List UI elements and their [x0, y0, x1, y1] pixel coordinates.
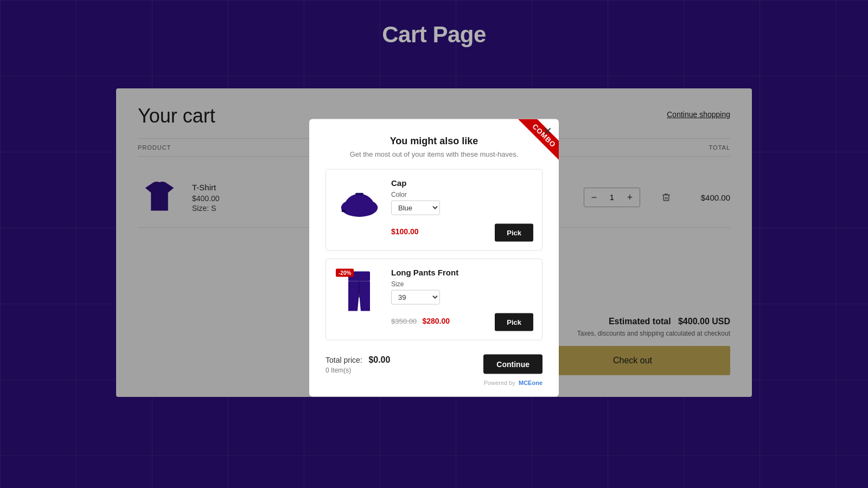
modal-product-pants-size-select[interactable]: 37 38 39 40 41 [391, 290, 440, 305]
combo-ribbon-label: COMBO [518, 119, 559, 162]
upsell-modal: COMBO ✕ You might also like Get the most… [309, 119, 559, 397]
modal-product-cap-image [335, 178, 384, 227]
modal-product-cap-color-select[interactable]: Blue Red Black [391, 201, 440, 215]
modal-items-count: 0 Item(s) [326, 366, 390, 374]
modal-product-pants: -20% Long Pants Front Size 37 38 39 40 4… [326, 259, 542, 341]
modal-continue-button[interactable]: Continue [483, 355, 542, 374]
modal-close-button[interactable]: ✕ [543, 126, 552, 137]
modal-product-cap: Cap Color Blue Red Black $100.00 Pick [326, 169, 542, 251]
powered-by-text: Powered by [484, 380, 515, 386]
modal-total-amount: $0.00 [368, 355, 390, 364]
modal-footer: Total price: $0.00 0 Item(s) Continue [326, 348, 542, 374]
modal-product-cap-info: Cap Color Blue Red Black $100.00 Pick [391, 178, 533, 242]
modal-product-pants-price: $280.00 [422, 316, 450, 325]
modal-product-cap-color-label: Color [391, 191, 533, 198]
modal-product-pants-original-price: $350.00 [391, 317, 417, 325]
discount-badge: -20% [336, 269, 354, 277]
modal-total-label: Total price: [326, 355, 362, 364]
powered-by-brand-link[interactable]: MCEone [519, 380, 542, 386]
modal-product-pants-info: Long Pants Front Size 37 38 39 40 41 $35… [391, 268, 533, 331]
cap-icon [339, 185, 380, 220]
modal-product-pants-size-label: Size [391, 280, 533, 288]
modal-product-pants-price-row: $350.00 $280.00 Pick [391, 310, 533, 331]
modal-product-cap-price-row: $100.00 Pick [391, 221, 533, 242]
modal-product-pants-image: -20% [335, 268, 384, 317]
modal-product-pants-pick-button[interactable]: Pick [495, 313, 533, 331]
modal-total-section: Total price: $0.00 0 Item(s) [326, 355, 390, 374]
modal-product-pants-name: Long Pants Front [391, 268, 533, 277]
modal-product-pants-prices: $350.00 $280.00 [391, 316, 450, 325]
modal-total-price-text: Total price: $0.00 [326, 355, 390, 364]
svg-rect-1 [355, 192, 363, 195]
modal-product-cap-price: $100.00 [391, 227, 419, 235]
modal-product-cap-pick-button[interactable]: Pick [495, 224, 533, 242]
powered-by: Powered by MCEone [326, 380, 542, 386]
modal-product-cap-name: Cap [391, 178, 533, 188]
